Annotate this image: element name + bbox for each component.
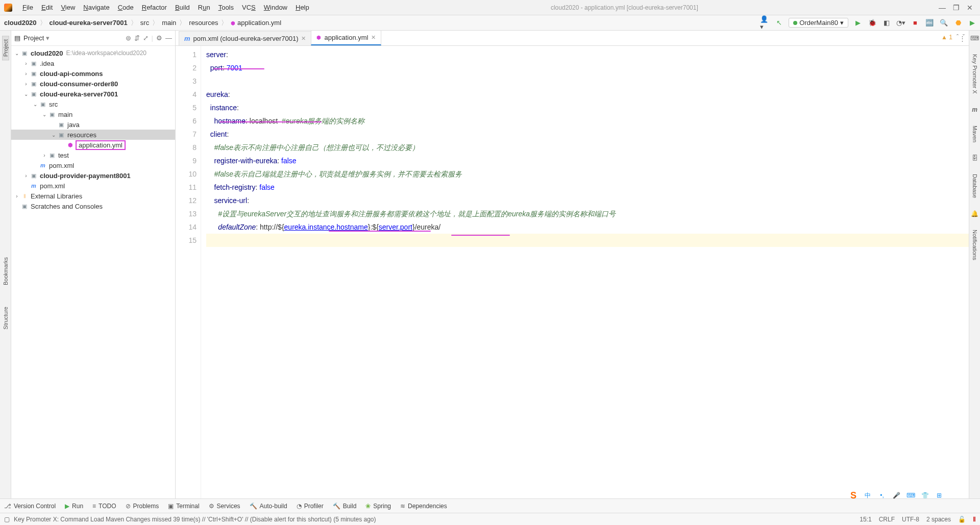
bottom-tool-bar: ⎇Version Control ▶Run ≡TODO ⊘Problems ▣T…	[0, 498, 980, 513]
warning-indicator[interactable]: ▲ 1	[941, 34, 952, 41]
tree-folder[interactable]: ›▣test	[11, 150, 175, 160]
indent[interactable]: 2 spaces	[926, 516, 951, 523]
coverage-button[interactable]: ◧	[882, 18, 891, 28]
crumb[interactable]: resources	[188, 19, 219, 27]
ime-keyboard-icon[interactable]: ⌨	[905, 490, 916, 501]
tool-notifications[interactable]: Notifications	[972, 228, 978, 262]
ide-settings-icon[interactable]: ⬣	[953, 18, 963, 28]
tool-spring[interactable]: ❀Spring	[365, 503, 391, 510]
tool-build[interactable]: 🔨Build	[333, 503, 357, 510]
tree-folder[interactable]: ›▣.idea	[11, 58, 175, 68]
code-editor[interactable]: 123456789101112131415 server: port: 7001…	[176, 46, 969, 498]
collapse-icon[interactable]: ⤢	[143, 34, 149, 42]
tool-vcs[interactable]: ⎇Version Control	[4, 503, 56, 510]
ime-toolbox-icon[interactable]: ⊞	[934, 490, 944, 501]
crumb-file[interactable]: ⬢ application.yml	[230, 19, 282, 27]
close-button[interactable]: ✕	[967, 4, 973, 12]
menu-file[interactable]: File	[18, 4, 37, 11]
crumb[interactable]: main	[161, 19, 177, 27]
tree-file-yml[interactable]: ⬢application.yml	[11, 140, 175, 150]
project-tree[interactable]: ⌄▣ cloud2020 E:\idea-workspace\cloud2020…	[11, 46, 175, 498]
translate-icon[interactable]: 🔤	[925, 18, 934, 28]
minimize-button[interactable]: —	[939, 4, 946, 12]
project-title[interactable]: Project ▾	[23, 34, 50, 42]
tab-yml[interactable]: ⬢ application.yml ✕	[311, 31, 381, 45]
lock-icon[interactable]: 🔓	[958, 516, 966, 523]
tool-todo[interactable]: ≡TODO	[92, 503, 116, 510]
sogou-icon[interactable]: S	[848, 490, 859, 501]
tab-pom[interactable]: m pom.xml (cloud-eureka-server7001) ✕	[179, 31, 311, 45]
tool-bookmarks[interactable]: Bookmarks	[3, 254, 9, 288]
tool-autobuild[interactable]: 🔨Auto-build	[250, 503, 287, 510]
ime-punct[interactable]: •,	[877, 490, 887, 501]
tree-file-pom[interactable]: mpom.xml	[11, 181, 175, 191]
run-anything-icon[interactable]: ▶	[968, 18, 977, 28]
ime-skin-icon[interactable]: 👕	[920, 490, 930, 501]
tree-scratches[interactable]: ▣Scratches and Consoles	[11, 201, 175, 211]
line-gutter: 123456789101112131415	[176, 46, 201, 498]
tree-external-libs[interactable]: ›⫴External Libraries	[11, 191, 175, 201]
hide-icon[interactable]: —	[165, 34, 172, 42]
crumb[interactable]: cloud-eureka-server7001	[48, 19, 129, 27]
quick-access-icon[interactable]: ▢	[4, 516, 10, 523]
tool-structure[interactable]: Structure	[3, 304, 9, 333]
tree-folder[interactable]: ⌄▣main	[11, 109, 175, 119]
menu-run[interactable]: Run	[194, 4, 214, 11]
user-icon[interactable]: 👤▾	[760, 18, 769, 28]
menu-help[interactable]: Help	[291, 4, 313, 11]
tree-root[interactable]: ⌄▣ cloud2020 E:\idea-workspace\cloud2020	[11, 48, 175, 58]
build-hammer-icon[interactable]: ↖	[774, 18, 783, 28]
menu-vcs[interactable]: VCS	[238, 4, 260, 11]
profile-button[interactable]: ◔▾	[896, 18, 905, 28]
run-button[interactable]: ▶	[853, 18, 863, 28]
left-tool-stripe: Project Bookmarks Structure	[0, 31, 11, 498]
tree-folder-resources[interactable]: ⌄▣resources	[11, 130, 175, 140]
tool-dependencies[interactable]: ≋Dependencies	[400, 503, 447, 510]
prev-highlight-icon[interactable]: ˆ	[957, 34, 959, 41]
menu-window[interactable]: Window	[260, 4, 291, 11]
tool-terminal[interactable]: ▣Terminal	[168, 503, 199, 510]
crumb[interactable]: cloud2020	[3, 19, 38, 27]
menu-tools[interactable]: Tools	[214, 4, 238, 11]
expand-icon[interactable]: ⇵	[134, 34, 140, 42]
crumb[interactable]: src	[139, 19, 150, 27]
close-icon[interactable]: ✕	[371, 34, 376, 41]
run-config-selector[interactable]: OrderMain80 ▾	[789, 18, 848, 28]
tool-database[interactable]: Database	[972, 172, 978, 200]
maximize-button[interactable]: ❐	[953, 4, 960, 12]
menu-refactor[interactable]: Refactor	[138, 4, 171, 11]
stop-button[interactable]: ■	[911, 18, 920, 28]
menu-view[interactable]: View	[57, 4, 79, 11]
tree-module[interactable]: ›▣cloud-provider-payment8001	[11, 170, 175, 181]
search-icon[interactable]: 🔍	[939, 18, 948, 28]
tree-module[interactable]: ›▣cloud-consumer-order80	[11, 79, 175, 89]
gear-icon[interactable]: ⚙	[156, 34, 162, 42]
debug-button[interactable]: 🐞	[868, 18, 877, 28]
ime-lang[interactable]: 中	[863, 490, 873, 501]
tool-services[interactable]: ⚙Services	[209, 503, 240, 510]
next-highlight-icon[interactable]: ˇ	[963, 34, 965, 41]
tree-folder[interactable]: ⌄▣src	[11, 99, 175, 109]
tool-project[interactable]: Project	[2, 36, 9, 60]
menu-edit[interactable]: Edit	[37, 4, 57, 11]
tree-module[interactable]: ›▣cloud-api-commons	[11, 68, 175, 79]
tree-module[interactable]: ⌄▣cloud-eureka-server7001	[11, 89, 175, 99]
tree-file-pom[interactable]: mpom.xml	[11, 160, 175, 170]
tool-problems[interactable]: ⊘Problems	[126, 503, 159, 510]
menu-navigate[interactable]: Navigate	[79, 4, 113, 11]
menu-build[interactable]: Build	[171, 4, 194, 11]
ide-error-icon[interactable]: Ⅱ	[973, 516, 976, 523]
code-content[interactable]: server: port: 7001 eureka: instance: hos…	[201, 46, 969, 498]
tool-run[interactable]: ▶Run	[65, 503, 83, 510]
close-icon[interactable]: ✕	[301, 35, 306, 42]
menu-code[interactable]: Code	[114, 4, 138, 11]
tool-maven[interactable]: Maven	[972, 123, 978, 144]
tool-profiler[interactable]: ◔Profiler	[297, 503, 324, 510]
line-ending[interactable]: CRLF	[879, 516, 895, 523]
tree-folder[interactable]: ▣java	[11, 119, 175, 130]
encoding[interactable]: UTF-8	[902, 516, 919, 523]
tool-key-promoter[interactable]: Key Promoter X	[972, 52, 978, 96]
ime-mic-icon[interactable]: 🎤	[891, 490, 901, 501]
locate-icon[interactable]: ⊚	[126, 34, 131, 42]
caret-position[interactable]: 15:1	[860, 516, 871, 523]
